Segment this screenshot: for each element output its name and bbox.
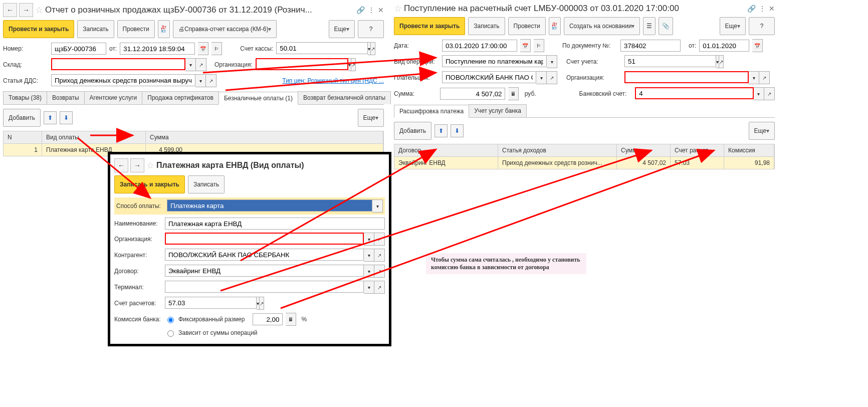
dropdown-icon[interactable]: ▾	[185, 58, 196, 71]
kebab-icon[interactable]: ⋮	[759, 5, 766, 13]
forward-button[interactable]: →	[130, 158, 144, 172]
radio-fixed[interactable]: Фиксированный размер	[165, 315, 245, 323]
dropdown-icon[interactable]: ▾	[536, 71, 547, 84]
date-input[interactable]	[120, 43, 195, 55]
post-button[interactable]: Провести	[117, 20, 155, 38]
link-icon[interactable]: 🔗	[747, 5, 756, 13]
calendar-icon[interactable]: 📅	[520, 39, 531, 52]
tab-bank-services[interactable]: Учет услуг банка	[469, 104, 527, 117]
flag-icon[interactable]: 🏳	[534, 39, 544, 52]
dds-input[interactable]	[51, 74, 195, 86]
dropdown-icon[interactable]: ▾	[364, 265, 374, 278]
add-button[interactable]: Добавить	[394, 122, 431, 140]
help-button[interactable]: ?	[749, 17, 775, 35]
more-button[interactable]: Еще	[720, 17, 746, 35]
clip-icon[interactable]: 📎	[659, 17, 673, 35]
open-icon[interactable]: ↗	[374, 249, 385, 262]
dropdown-icon[interactable]: ▾	[364, 249, 374, 262]
open-icon[interactable]: ↗	[374, 281, 385, 294]
move-down-button[interactable]: ⬇	[60, 111, 73, 124]
help-button[interactable]: ?	[358, 20, 384, 38]
ctr-input[interactable]	[165, 249, 364, 261]
doc-input[interactable]	[620, 40, 681, 52]
open-icon[interactable]: ↗	[260, 297, 264, 310]
move-down-button[interactable]: ⬇	[451, 124, 464, 137]
org-input[interactable]	[256, 58, 348, 70]
open-icon[interactable]: ↗	[547, 71, 557, 84]
dropdown-icon[interactable]: ▾	[547, 55, 557, 68]
open-icon[interactable]: ↗	[374, 233, 385, 246]
calendar-icon[interactable]: 📅	[752, 39, 763, 52]
table-row[interactable]: Эквайринг ЕНВД Приход денежных средств р…	[394, 157, 775, 169]
post-and-close-button[interactable]: Провести и закрыть	[394, 17, 465, 35]
forward-button[interactable]: →	[19, 3, 33, 17]
warehouse-input[interactable]	[51, 58, 185, 70]
more-button[interactable]: Еще	[358, 109, 384, 127]
open-icon[interactable]: ↗	[759, 71, 770, 84]
post-button[interactable]: Провести	[508, 17, 546, 35]
name-input[interactable]	[165, 218, 385, 230]
open-icon[interactable]: ↗	[764, 87, 775, 100]
method-input[interactable]	[167, 199, 372, 212]
radio-depends[interactable]: Зависит от суммы операций	[165, 329, 258, 337]
move-up-button[interactable]: ⬆	[44, 111, 57, 124]
save-button[interactable]: Записать	[77, 20, 114, 38]
back-button[interactable]: ←	[3, 3, 17, 17]
more-button[interactable]: Еще	[749, 122, 775, 140]
tab-cashless-return[interactable]: Возврат безналичной оплаты	[298, 91, 391, 104]
tab-certs[interactable]: Продажа сертификатов	[142, 91, 219, 104]
comm-input[interactable]	[253, 313, 283, 325]
from-input[interactable]	[699, 40, 749, 52]
calc-icon[interactable]: 🖩	[508, 87, 518, 100]
tab-goods[interactable]: Товары (38)	[3, 91, 47, 104]
open-icon[interactable]: ↗	[351, 58, 356, 71]
op-input[interactable]	[442, 55, 547, 67]
tab-decode[interactable]: Расшифровка платежа	[394, 105, 469, 118]
favorite-icon[interactable]: ☆	[35, 5, 43, 16]
more-button[interactable]: Еще	[329, 20, 355, 38]
list-icon[interactable]: ☰	[643, 17, 656, 35]
cash-input[interactable]	[276, 42, 368, 54]
favorite-icon[interactable]: ☆	[394, 3, 402, 14]
link-icon[interactable]: 🔗	[356, 6, 365, 14]
tab-returns[interactable]: Возвраты	[47, 91, 85, 104]
dtkt-button[interactable]: ДтКт	[158, 20, 170, 38]
payer-input[interactable]	[442, 71, 536, 83]
acct-input[interactable]	[165, 297, 257, 309]
close-icon[interactable]: ✕	[378, 6, 384, 14]
close-icon[interactable]: ✕	[769, 5, 775, 13]
dropdown-icon[interactable]: ▾	[195, 74, 206, 87]
tab-cashless[interactable]: Безналичные оплаты (1)	[219, 92, 298, 105]
open-icon[interactable]: ↗	[719, 55, 724, 68]
calc-icon[interactable]: 🖩	[286, 313, 296, 326]
save-close-button[interactable]: Записать и закрыть	[114, 175, 185, 193]
acct-input[interactable]	[624, 55, 716, 67]
open-icon[interactable]: ↗	[206, 74, 216, 87]
calendar-icon[interactable]: 📅	[198, 42, 208, 55]
dtkt-button[interactable]: ДтКт	[549, 17, 561, 35]
kebab-icon[interactable]: ⋮	[368, 6, 375, 14]
favorite-icon[interactable]: ☆	[146, 160, 154, 171]
org-input[interactable]	[165, 233, 364, 245]
number-input[interactable]	[51, 43, 106, 55]
contract-input[interactable]	[165, 265, 364, 277]
back-button[interactable]: ←	[114, 158, 128, 172]
post-and-close-button[interactable]: Провести и закрыть	[3, 20, 74, 38]
sum-input[interactable]	[440, 88, 505, 100]
save-button[interactable]: Записать	[188, 175, 225, 193]
print-button[interactable]: 🖨 Справка-отчет кассира (КМ-6)	[173, 20, 277, 38]
date-input[interactable]	[442, 40, 517, 52]
org-input[interactable]	[624, 71, 749, 83]
dropdown-icon[interactable]: ▾	[749, 71, 759, 84]
create-based-button[interactable]: Создать на основании	[564, 17, 640, 35]
open-icon[interactable]: ↗	[371, 42, 375, 55]
bank-input[interactable]	[635, 87, 754, 99]
move-up-button[interactable]: ⬆	[435, 124, 448, 137]
open-icon[interactable]: ↗	[374, 265, 385, 278]
open-icon[interactable]: ↗	[196, 58, 206, 71]
save-button[interactable]: Записать	[468, 17, 505, 35]
dropdown-icon[interactable]: ▾	[364, 281, 374, 294]
flag-icon[interactable]: 🏳	[211, 42, 222, 55]
price-type-link[interactable]: Тип цен: Розничный тип цен (НДС ...	[282, 77, 384, 84]
dropdown-icon[interactable]: ▾	[754, 87, 764, 100]
